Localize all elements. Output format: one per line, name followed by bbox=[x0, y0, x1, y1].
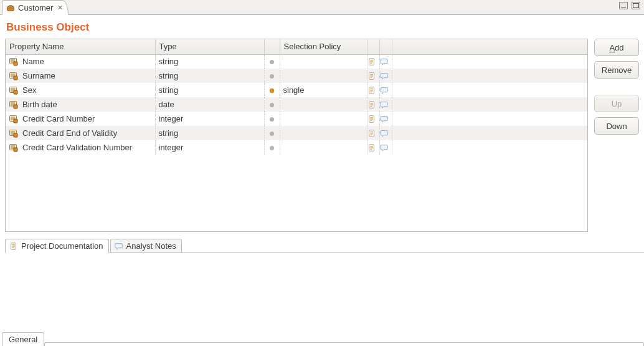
editor-tab-customer[interactable]: Customer ✕ bbox=[2, 0, 69, 15]
property-required bbox=[264, 83, 280, 97]
doc-icon[interactable] bbox=[367, 115, 379, 123]
column-header-doc[interactable] bbox=[367, 39, 379, 54]
column-header-selection[interactable]: Selection Policy bbox=[280, 39, 367, 54]
svg-rect-18 bbox=[369, 72, 374, 79]
svg-rect-2 bbox=[7, 8, 14, 9]
note-icon[interactable] bbox=[380, 115, 392, 123]
svg-rect-37 bbox=[14, 105, 17, 108]
svg-rect-67 bbox=[14, 148, 17, 151]
svg-rect-58 bbox=[369, 130, 374, 137]
column-header-spacer bbox=[392, 39, 587, 54]
property-selection bbox=[280, 54, 367, 69]
property-type: string bbox=[155, 126, 264, 140]
property-icon bbox=[9, 114, 19, 124]
property-name: Credit Card End of Validity bbox=[22, 128, 117, 138]
property-selection bbox=[280, 97, 367, 112]
property-selection bbox=[280, 140, 367, 155]
table-buttons: Add Remove Up Down bbox=[594, 39, 639, 232]
svg-rect-38 bbox=[369, 101, 374, 108]
column-header-note[interactable] bbox=[379, 39, 392, 54]
down-button[interactable]: Down bbox=[594, 117, 639, 135]
note-icon[interactable] bbox=[380, 57, 392, 66]
table-row[interactable]: Credit Card Number integer bbox=[6, 112, 587, 126]
property-required bbox=[264, 112, 280, 126]
property-icon bbox=[9, 71, 19, 81]
note-icon[interactable] bbox=[380, 143, 392, 152]
column-header-type[interactable]: Type bbox=[155, 39, 264, 54]
property-required bbox=[264, 69, 280, 83]
doc-icon[interactable] bbox=[367, 100, 379, 109]
svg-rect-48 bbox=[369, 115, 374, 122]
remove-button[interactable]: Remove bbox=[594, 61, 639, 79]
page-tabs-gutter bbox=[44, 342, 644, 346]
note-icon[interactable] bbox=[380, 129, 392, 138]
property-name: Credit Card Validation Number bbox=[22, 143, 132, 152]
maximize-button[interactable] bbox=[632, 2, 640, 9]
up-button: Up bbox=[594, 95, 639, 112]
table-row[interactable]: Surname string bbox=[6, 69, 587, 83]
doc-icon bbox=[9, 242, 18, 251]
doc-icon[interactable] bbox=[367, 86, 379, 95]
property-icon bbox=[9, 57, 19, 67]
minimize-button[interactable] bbox=[619, 2, 628, 9]
svg-rect-73 bbox=[11, 243, 16, 249]
doc-tab[interactable]: Project Documentation bbox=[5, 239, 109, 253]
page-tab-general[interactable]: General bbox=[2, 332, 44, 346]
table-row[interactable]: Sex string single bbox=[6, 83, 587, 97]
svg-rect-17 bbox=[14, 76, 17, 80]
property-icon bbox=[9, 100, 19, 110]
page-title: Business Object bbox=[0, 15, 644, 39]
svg-rect-68 bbox=[369, 144, 374, 151]
doc-icon[interactable] bbox=[367, 57, 379, 66]
documentation-tabs: Project Documentation Analyst Notes bbox=[5, 238, 644, 253]
property-name: Surname bbox=[22, 71, 55, 80]
svg-rect-27 bbox=[14, 90, 17, 94]
doc-icon[interactable] bbox=[367, 72, 379, 80]
svg-rect-8 bbox=[369, 59, 374, 65]
property-required bbox=[264, 54, 280, 69]
doc-tab[interactable]: Analyst Notes bbox=[110, 239, 182, 253]
property-name: Sex bbox=[22, 85, 36, 95]
doc-icon[interactable] bbox=[367, 143, 379, 152]
column-header-required[interactable] bbox=[264, 39, 280, 54]
editor-tabbar: Customer ✕ bbox=[0, 0, 644, 15]
property-type: date bbox=[155, 97, 264, 112]
doc-icon[interactable] bbox=[367, 129, 379, 138]
doc-tab-label: Project Documentation bbox=[21, 241, 103, 251]
page-tab-label: General bbox=[9, 335, 37, 344]
property-required bbox=[264, 97, 280, 112]
editor-tab-label: Customer bbox=[18, 3, 53, 12]
property-required bbox=[264, 140, 280, 155]
property-selection bbox=[280, 112, 367, 126]
property-icon bbox=[9, 128, 19, 138]
table-row[interactable]: Name string bbox=[6, 54, 587, 69]
property-required bbox=[264, 126, 280, 140]
note-icon[interactable] bbox=[380, 86, 392, 95]
property-name: Name bbox=[22, 57, 44, 66]
svg-rect-1 bbox=[9, 5, 12, 7]
property-type: string bbox=[155, 69, 264, 83]
property-type: integer bbox=[155, 140, 264, 155]
property-name: Birth date bbox=[22, 100, 57, 109]
svg-rect-47 bbox=[14, 119, 17, 123]
table-row[interactable]: Birth date date bbox=[6, 97, 587, 112]
property-selection: single bbox=[280, 83, 367, 97]
property-type: string bbox=[155, 54, 264, 69]
svg-rect-7 bbox=[14, 62, 17, 65]
property-icon bbox=[9, 143, 19, 153]
note-icon[interactable] bbox=[380, 72, 392, 80]
add-button[interactable]: Add bbox=[594, 39, 639, 56]
documentation-body[interactable] bbox=[5, 253, 639, 331]
close-icon[interactable]: ✕ bbox=[57, 4, 63, 11]
property-selection bbox=[280, 69, 367, 83]
property-selection bbox=[280, 126, 367, 140]
note-icon[interactable] bbox=[380, 100, 392, 109]
property-icon bbox=[9, 85, 19, 95]
property-type: integer bbox=[155, 112, 264, 126]
business-object-icon bbox=[6, 4, 15, 12]
properties-table[interactable]: Property Name Type Selection Policy bbox=[6, 39, 587, 155]
column-header-name[interactable]: Property Name bbox=[6, 39, 155, 54]
svg-rect-28 bbox=[369, 87, 374, 94]
table-row[interactable]: Credit Card End of Validity string bbox=[6, 126, 587, 140]
table-row[interactable]: Credit Card Validation Number integer bbox=[6, 140, 587, 155]
